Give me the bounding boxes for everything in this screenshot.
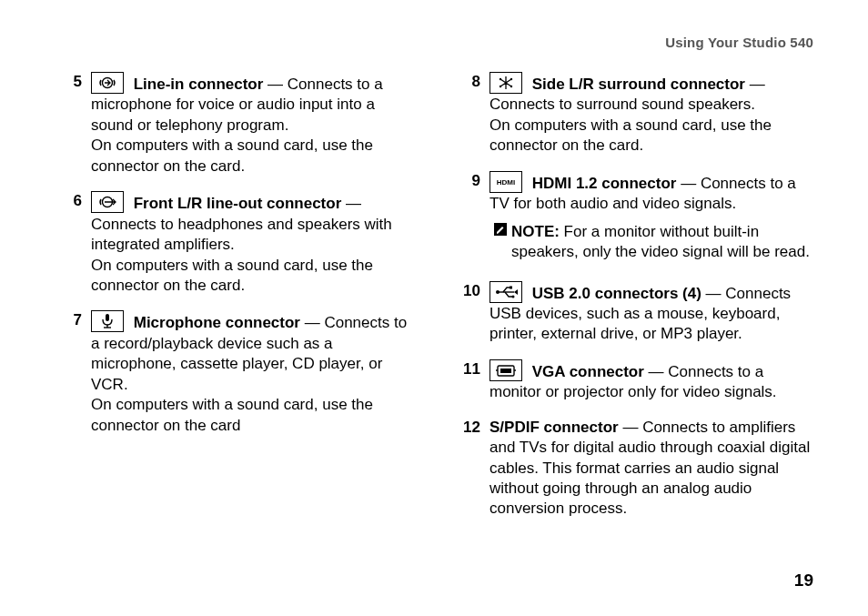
item-number: 5: [55, 72, 91, 177]
item-number: 11: [453, 359, 490, 403]
item-body: Side L/R surround connector — Connects t…: [490, 72, 813, 157]
svg-point-8: [510, 86, 512, 87]
item-title: Front L/R line-out connector: [134, 195, 342, 212]
vga-icon: [490, 359, 522, 381]
item-body: USB 2.0 connectors (4) — Connects USB de…: [490, 281, 813, 345]
connector-item: 10 USB 2.0 connectors (4) —: [453, 281, 813, 345]
connector-item: 9 HDMI HDMI 1.2 connector — Connects to …: [453, 171, 813, 276]
left-column: 5 Line-in connector — Connects to a micr…: [55, 72, 415, 534]
two-column-layout: 5 Line-in connector — Connects to a micr…: [55, 72, 813, 534]
svg-point-5: [500, 78, 501, 80]
note-body: NOTE: For a monitor without built-in spe…: [511, 222, 813, 263]
item-number: 6: [55, 191, 91, 296]
connector-item: 12 S/PDIF connector — Connects to amplif…: [453, 418, 813, 520]
svg-rect-13: [510, 286, 512, 288]
item-body: Line-in connector — Connects to a microp…: [91, 72, 415, 177]
line-in-icon: [91, 72, 124, 94]
item-body: S/PDIF connector — Connects to amplifier…: [490, 418, 813, 520]
item-title: VGA connector: [532, 363, 644, 380]
item-body: HDMI HDMI 1.2 connector — Connects to a …: [490, 171, 813, 276]
note-pencil-icon: [490, 222, 511, 263]
page-number: 19: [794, 571, 813, 591]
item-body: Front L/R line-out connector — Connects …: [91, 191, 415, 296]
microphone-icon: [91, 310, 124, 332]
item-body: Microphone connector — Connects to a rec…: [91, 310, 415, 436]
item-title: S/PDIF connector: [490, 419, 619, 436]
svg-point-6: [500, 86, 501, 87]
usb-icon: [490, 281, 522, 303]
item-desc-2: On computers with a sound card, use the …: [91, 136, 415, 177]
connector-item: 8 Side L/R surround connector — Connects…: [453, 72, 813, 157]
item-number: 8: [453, 72, 490, 157]
item-title: Side L/R surround connector: [532, 76, 745, 93]
side-surround-icon: [490, 72, 522, 94]
svg-point-7: [510, 78, 512, 80]
item-title: HDMI 1.2 connector: [532, 175, 677, 192]
note-label: NOTE:: [511, 223, 560, 240]
item-number: 9: [453, 171, 490, 276]
connector-item: 6 Front L/R line-out connector — Connect…: [55, 191, 415, 296]
item-number: 7: [55, 310, 91, 436]
item-title: Microphone connector: [134, 314, 300, 331]
item-desc-2: On computers with a sound card, use the …: [91, 256, 415, 297]
page-header: Using Your Studio 540: [55, 35, 813, 50]
item-title: USB 2.0 connectors (4): [532, 285, 701, 302]
svg-text:HDMI: HDMI: [497, 178, 515, 187]
connector-item: 7 Microphone connector — Connects to a r…: [55, 310, 415, 436]
connector-item: 5 Line-in connector — Connects to a micr…: [55, 72, 415, 177]
right-column: 8 Side L/R surround connector — Connects…: [453, 72, 813, 534]
item-number: 10: [453, 281, 490, 345]
line-out-front-icon: [91, 191, 124, 213]
item-desc-2: On computers with a sound card, use the …: [490, 116, 813, 157]
item-body: VGA connector — Connects to a monitor or…: [490, 359, 813, 403]
item-desc-2: On computers with a sound card, use the …: [91, 395, 415, 436]
document-page: Using Your Studio 540 5 Line-in conn: [0, 0, 868, 616]
item-title: Line-in connector: [134, 76, 264, 93]
svg-point-14: [512, 295, 515, 298]
connector-item: 11 VGA connector — Connects to a monitor…: [453, 359, 813, 403]
svg-rect-16: [500, 369, 511, 373]
hdmi-icon: HDMI: [490, 171, 522, 193]
svg-rect-2: [106, 314, 109, 321]
item-number: 12: [453, 418, 490, 520]
note-block: NOTE: For a monitor without built-in spe…: [490, 222, 813, 263]
